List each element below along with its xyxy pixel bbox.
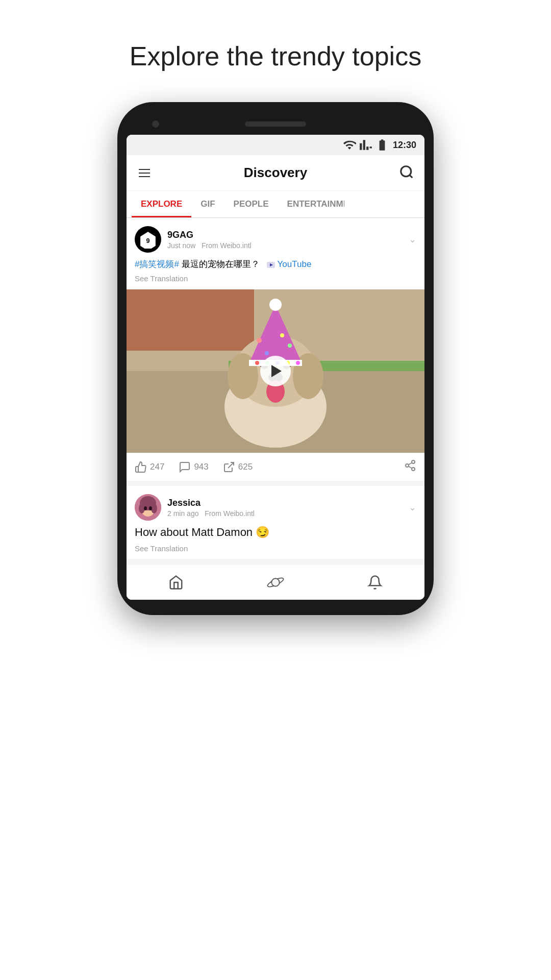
post-header-9gag: 9 9GAG Just now From Weibo.intl ⌄ — [127, 218, 424, 258]
content-area: 9 9GAG Just now From Weibo.intl ⌄ #搞笑视频#… — [127, 218, 424, 559]
hashtag-9gag[interactable]: #搞笑视频# — [135, 259, 179, 269]
svg-line-1 — [410, 175, 412, 177]
post-submeta-jessica: 2 min ago From Weibo.intl — [167, 509, 409, 518]
svg-text:9: 9 — [146, 237, 149, 244]
post-actions-9gag: 247 943 625 — [127, 453, 424, 481]
post-username-9gag: 9GAG — [167, 230, 409, 240]
repost-count: 625 — [238, 462, 253, 472]
post-username-jessica: Jessica — [167, 498, 409, 508]
battery-icon — [375, 138, 389, 152]
see-translation-9gag[interactable]: See Translation — [135, 273, 416, 285]
svg-line-33 — [228, 462, 234, 468]
share-action[interactable] — [404, 459, 416, 475]
svg-point-34 — [412, 460, 415, 463]
tab-gif[interactable]: GIF — [191, 191, 224, 217]
post-text-body-9gag: 最逗的宠物在哪里？ — [182, 259, 260, 269]
svg-point-0 — [401, 166, 411, 176]
status-time: 12:30 — [393, 140, 416, 151]
like-count: 247 — [150, 462, 164, 472]
see-translation-jessica[interactable]: See Translation — [127, 544, 424, 559]
post-submeta-9gag: Just now From Weibo.intl — [167, 241, 409, 250]
tab-people[interactable]: PEOPLE — [224, 191, 278, 217]
post-meta-jessica: Jessica 2 min ago From Weibo.intl — [167, 498, 409, 518]
nav-discover[interactable] — [257, 570, 294, 595]
chevron-down-jessica[interactable]: ⌄ — [409, 502, 416, 513]
post-text-9gag: #搞笑视频# 最逗的宠物在哪里？ YouTube See Translation — [127, 258, 424, 289]
svg-point-22 — [257, 338, 262, 343]
svg-point-25 — [280, 333, 284, 337]
post-image-9gag[interactable] — [127, 289, 424, 453]
post-meta-9gag: 9GAG Just now From Weibo.intl — [167, 230, 409, 250]
svg-line-38 — [409, 463, 412, 465]
phone-speaker — [245, 121, 306, 127]
svg-point-35 — [406, 464, 409, 467]
svg-point-48 — [271, 578, 279, 586]
svg-point-32 — [296, 361, 300, 365]
app-title: Discovery — [152, 165, 399, 181]
app-header: Discovery — [127, 155, 424, 191]
bottom-nav — [127, 564, 424, 600]
phone-frame: 12:30 Discovery EXPLORE GIF PEOPLE ENTER… — [117, 102, 434, 615]
page-heading: Explore the trendy topics — [130, 41, 421, 71]
repost-action[interactable]: 625 — [223, 461, 253, 473]
youtube-link[interactable]: YouTube — [278, 259, 312, 269]
search-button[interactable] — [399, 164, 414, 182]
svg-point-45 — [149, 506, 152, 510]
avatar-jessica — [135, 494, 161, 521]
post-card-jessica: Jessica 2 min ago From Weibo.intl ⌄ How … — [127, 486, 424, 559]
svg-point-26 — [269, 299, 282, 311]
nav-home[interactable] — [158, 571, 194, 594]
svg-point-23 — [288, 344, 292, 348]
tab-bar: EXPLORE GIF PEOPLE ENTERTAINME... — [127, 191, 424, 218]
tab-explore[interactable]: EXPLORE — [132, 191, 191, 217]
post-text-jessica: How about Matt Damon 😏 — [127, 526, 424, 544]
comment-count: 943 — [194, 462, 208, 472]
svg-point-24 — [265, 351, 269, 355]
svg-line-37 — [409, 467, 412, 469]
nav-notifications[interactable] — [357, 571, 393, 594]
wifi-icon — [343, 138, 356, 152]
menu-button[interactable] — [137, 167, 152, 179]
like-action[interactable]: 247 — [135, 461, 164, 473]
phone-camera — [152, 120, 159, 128]
tab-entertainment[interactable]: ENTERTAINME... — [278, 191, 344, 217]
post-card-9gag: 9 9GAG Just now From Weibo.intl ⌄ #搞笑视频#… — [127, 218, 424, 481]
comment-action[interactable]: 943 — [179, 461, 208, 473]
status-icons — [343, 138, 389, 152]
signal-icon — [359, 138, 372, 152]
chevron-down-9gag[interactable]: ⌄ — [409, 234, 416, 245]
svg-rect-7 — [127, 289, 254, 351]
svg-point-36 — [412, 468, 415, 471]
post-header-jessica: Jessica 2 min ago From Weibo.intl ⌄ — [127, 486, 424, 526]
phone-top — [127, 117, 424, 135]
phone-screen: 12:30 Discovery EXPLORE GIF PEOPLE ENTER… — [127, 135, 424, 600]
play-button[interactable] — [260, 356, 291, 386]
status-bar: 12:30 — [127, 135, 424, 155]
svg-point-28 — [255, 361, 259, 365]
svg-point-44 — [144, 506, 147, 510]
avatar-9gag: 9 — [135, 226, 161, 253]
